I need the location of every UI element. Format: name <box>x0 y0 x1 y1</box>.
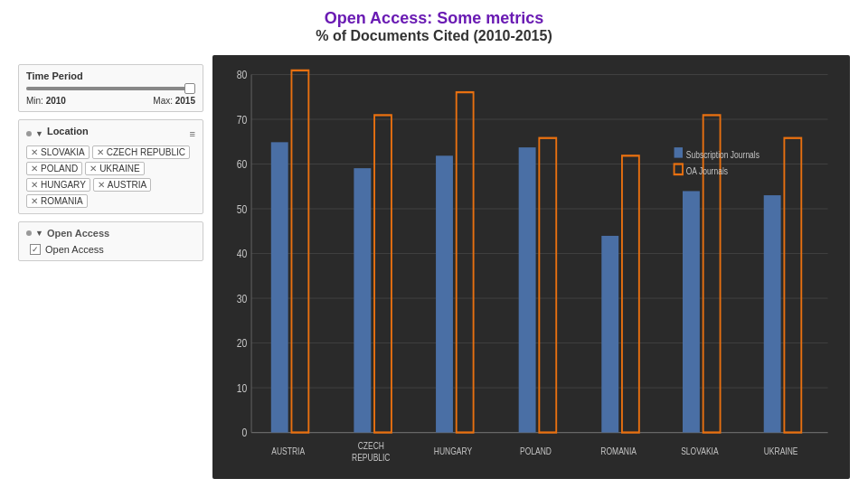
open-access-section: ▼ Open Access ✓ Open Access <box>18 221 203 261</box>
location-header: ▼ Location ≡ <box>26 126 195 142</box>
svg-text:70: 70 <box>237 114 248 126</box>
remove-romania-icon[interactable]: ✕ <box>31 196 38 206</box>
svg-text:HUNGARY: HUNGARY <box>434 446 473 456</box>
bar-ukraine-orange <box>784 138 801 433</box>
tag-poland-label: POLAND <box>41 164 78 174</box>
svg-text:30: 30 <box>237 293 248 305</box>
oa-expand-arrow-icon[interactable]: ▼ <box>35 229 43 238</box>
svg-text:60: 60 <box>237 158 248 170</box>
bar-romania-blue <box>601 236 618 433</box>
svg-text:SLOVAKIA: SLOVAKIA <box>681 446 719 456</box>
main-title: Open Access: Some metrics <box>316 9 552 28</box>
time-period-section: Time Period Min: 2010 Max: 2015 <box>18 64 203 112</box>
left-panel: Time Period Min: 2010 Max: 2015 ▼ Locati… <box>18 55 203 479</box>
bar-slovakia-blue <box>683 191 700 432</box>
bar-hungary-blue <box>436 155 453 432</box>
location-tags: ✕ SLOVAKIA ✕ CZECH REPUBLIC ✕ POLAND ✕ U… <box>26 145 195 208</box>
svg-text:80: 80 <box>237 69 248 80</box>
svg-text:UKRAINE: UKRAINE <box>764 446 798 456</box>
chart-container: 0 10 20 30 40 50 60 70 80 <box>212 55 850 479</box>
time-period-label: Time Period <box>26 70 195 81</box>
svg-text:OA Journals: OA Journals <box>686 165 729 176</box>
remove-slovakia-icon[interactable]: ✕ <box>31 147 38 157</box>
location-section: ▼ Location ≡ ✕ SLOVAKIA ✕ CZECH REPUBLIC <box>18 119 203 214</box>
location-menu-icon[interactable]: ≡ <box>190 128 195 139</box>
remove-czech-icon[interactable]: ✕ <box>97 147 104 157</box>
time-period-range: Min: 2010 Max: 2015 <box>26 96 195 106</box>
remove-austria-icon[interactable]: ✕ <box>98 180 105 190</box>
bar-hungary-orange <box>457 92 474 432</box>
svg-text:10: 10 <box>237 382 248 394</box>
bar-ukraine-blue <box>764 195 781 432</box>
location-label: Location <box>47 126 89 136</box>
bar-poland-orange <box>539 138 556 433</box>
bar-czech-blue <box>354 168 371 432</box>
bar-slovakia-orange <box>703 115 721 432</box>
tag-ukraine[interactable]: ✕ UKRAINE <box>85 162 144 175</box>
oa-checkbox[interactable]: ✓ <box>30 244 41 255</box>
tag-slovakia[interactable]: ✕ SLOVAKIA <box>26 145 90 159</box>
sub-title: % of Documents Cited (2010-2015) <box>316 28 552 44</box>
svg-text:AUSTRIA: AUSTRIA <box>271 446 305 456</box>
svg-rect-37 <box>675 164 683 175</box>
tag-hungary-label: HUNGARY <box>41 180 86 190</box>
svg-text:CZECH: CZECH <box>358 440 384 451</box>
svg-text:Subscription Journals: Subscription Journals <box>686 149 760 160</box>
svg-text:REPUBLIC: REPUBLIC <box>352 452 391 463</box>
slider-fill <box>26 87 188 90</box>
oa-bullet-icon <box>26 230 32 236</box>
bullet-icon <box>26 131 32 136</box>
svg-text:POLAND: POLAND <box>520 446 552 456</box>
tag-romania-label: ROMANIA <box>41 196 83 206</box>
tag-poland[interactable]: ✕ POLAND <box>26 162 82 175</box>
title-area: Open Access: Some metrics % of Documents… <box>316 9 552 44</box>
svg-text:0: 0 <box>242 427 248 438</box>
bar-austria-blue <box>271 142 288 432</box>
content-area: Time Period Min: 2010 Max: 2015 ▼ Locati… <box>18 55 850 479</box>
svg-rect-35 <box>675 147 683 158</box>
tag-austria[interactable]: ✕ AUSTRIA <box>93 178 151 192</box>
remove-hungary-icon[interactable]: ✕ <box>31 180 38 190</box>
oa-checkbox-row[interactable]: ✓ Open Access <box>26 244 195 255</box>
remove-poland-icon[interactable]: ✕ <box>31 164 38 174</box>
tag-romania[interactable]: ✕ ROMANIA <box>26 194 88 208</box>
tag-hungary[interactable]: ✕ HUNGARY <box>26 178 90 192</box>
svg-text:50: 50 <box>237 203 248 215</box>
tag-czech[interactable]: ✕ CZECH REPUBLIC <box>92 145 190 159</box>
bar-chart: 0 10 20 30 40 50 60 70 80 <box>222 64 836 470</box>
oa-checkbox-label: Open Access <box>45 244 104 255</box>
svg-text:40: 40 <box>237 248 248 259</box>
svg-text:ROMANIA: ROMANIA <box>600 446 637 456</box>
oa-header: ▼ Open Access <box>26 228 195 239</box>
tag-austria-label: AUSTRIA <box>108 180 146 190</box>
min-label: Min: 2010 <box>26 96 66 106</box>
tag-czech-label: CZECH REPUBLIC <box>107 147 185 157</box>
bar-poland-blue <box>519 147 536 432</box>
expand-arrow-icon[interactable]: ▼ <box>35 129 43 138</box>
time-period-slider[interactable] <box>26 87 195 90</box>
tag-slovakia-label: SLOVAKIA <box>41 147 85 157</box>
tag-ukraine-label: UKRAINE <box>99 164 139 174</box>
bar-austria-orange <box>291 70 308 433</box>
location-title-row: ▼ Location <box>26 126 89 142</box>
max-label: Max: 2015 <box>153 96 195 106</box>
oa-section-label: Open Access <box>47 228 109 239</box>
bar-romania-orange <box>622 155 639 432</box>
slider-thumb[interactable] <box>184 83 195 94</box>
svg-text:20: 20 <box>237 337 248 349</box>
bar-czech-orange <box>374 115 392 432</box>
remove-ukraine-icon[interactable]: ✕ <box>90 164 97 174</box>
